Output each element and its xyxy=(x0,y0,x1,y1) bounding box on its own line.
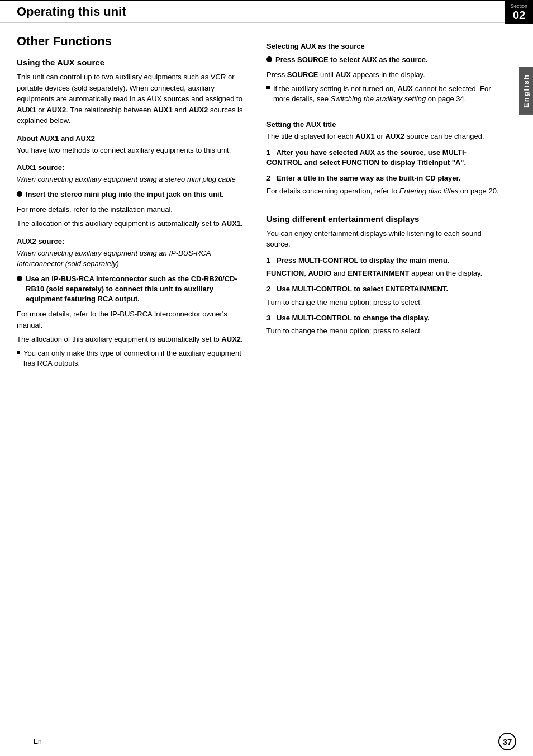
footer: En 37 xyxy=(0,733,533,750)
aux-source-heading: Using the AUX source xyxy=(17,58,250,67)
selecting-bullet-item: Press SOURCE to select AUX as the source… xyxy=(266,55,499,65)
selecting-bullet-text: Press SOURCE to select AUX as the source… xyxy=(275,55,428,65)
step3-body: FUNCTION, AUDIO and ENTERTAINMENT appear… xyxy=(266,268,499,279)
selecting-heading: Selecting AUX as the source xyxy=(266,42,499,50)
different-intro: You can enjoy entertainment displays whi… xyxy=(266,228,499,250)
aux2-bullet-text: Use an IP-BUS-RCA Interconnector such as… xyxy=(26,274,250,305)
content-area: Other Functions Using the AUX source Thi… xyxy=(0,23,533,383)
aux2-para2: The allocation of this auxiliary equipme… xyxy=(17,334,250,345)
setting-para: The title displayed for each AUX1 or AUX… xyxy=(266,131,499,142)
bullet-circle-icon-2 xyxy=(17,276,22,281)
selecting-bullet-icon xyxy=(266,56,272,62)
header-bar: Operating this unit Section 02 xyxy=(0,0,533,23)
step4-para: Turn to change the menu option; press to… xyxy=(266,297,499,308)
section-number: 02 xyxy=(513,9,525,22)
step-3: 1 Press MULTI-CONTROL to display the mai… xyxy=(266,256,499,279)
step-5: 3 Use MULTI-CONTROL to change the displa… xyxy=(266,313,499,337)
step5-para: Turn to change the menu option; press to… xyxy=(266,325,499,337)
aux-source-intro: This unit can control up to two auxiliar… xyxy=(17,72,250,126)
selecting-square-bullet: If the auxiliary setting is not turned o… xyxy=(266,84,499,104)
about-heading: About AUX1 and AUX2 xyxy=(17,134,250,143)
aux1-heading: AUX1 source: xyxy=(17,163,250,172)
selecting-square-icon xyxy=(266,86,270,89)
aux2-bullet-item: Use an IP-BUS-RCA Interconnector such as… xyxy=(17,274,250,305)
aux2-heading: AUX2 source: xyxy=(17,237,250,245)
step1-header: 1 After you have selected AUX as the sou… xyxy=(266,148,499,168)
step4-header: 2 Use MULTI-CONTROL to select ENTERTAINM… xyxy=(266,284,499,294)
step2-header: 2 Enter a title in the same way as the b… xyxy=(266,173,499,183)
divider-1 xyxy=(266,112,499,112)
step3-header: 1 Press MULTI-CONTROL to display the mai… xyxy=(266,256,499,266)
aux1-bullet-text: Insert the stereo mini plug into the inp… xyxy=(26,190,224,200)
square-bullet-icon xyxy=(17,351,20,354)
aux2-italic: When connecting auxiliary equipment usin… xyxy=(17,248,250,270)
step-4: 2 Use MULTI-CONTROL to select ENTERTAINM… xyxy=(266,284,499,308)
about-text: You have two methods to connect auxiliar… xyxy=(17,145,250,156)
aux1-italic: When connecting auxiliary equipment usin… xyxy=(17,174,250,185)
selecting-para1: Press SOURCE until AUX appears in the di… xyxy=(266,69,499,81)
side-language-label: English xyxy=(519,67,533,115)
section-label: Section xyxy=(511,3,527,9)
selecting-square-text: If the auxiliary setting is not turned o… xyxy=(273,84,499,104)
aux2-para1: For more details, refer to the IP-BUS-RC… xyxy=(17,309,250,330)
aux1-para2: The allocation of this auxiliary equipme… xyxy=(17,218,250,229)
bullet-circle-icon xyxy=(17,191,22,197)
different-heading: Using different entertainment displays xyxy=(266,214,499,224)
other-functions-title: Other Functions xyxy=(17,34,250,49)
aux1-para1: For more details, refer to the installat… xyxy=(17,204,250,215)
footer-lang: En xyxy=(34,738,42,745)
step-2: 2 Enter a title in the same way as the b… xyxy=(266,173,499,197)
footer-page: 37 xyxy=(498,733,516,750)
section-badge: Section 02 xyxy=(505,1,533,24)
left-column: Other Functions Using the AUX source Thi… xyxy=(17,34,250,372)
step2-para: For details concerning operation, refer … xyxy=(266,186,499,197)
aux2-square-bullet: You can only make this type of connectio… xyxy=(17,348,250,368)
step-1: 1 After you have selected AUX as the sou… xyxy=(266,148,499,168)
page-title: Operating this unit xyxy=(17,4,126,19)
aux1-bullet-item: Insert the stereo mini plug into the inp… xyxy=(17,190,250,200)
aux2-square-text: You can only make this type of connectio… xyxy=(23,348,250,368)
step5-header: 3 Use MULTI-CONTROL to change the displa… xyxy=(266,313,499,323)
divider-2 xyxy=(266,205,499,205)
setting-heading: Setting the AUX title xyxy=(266,120,499,129)
page-number-circle: 37 xyxy=(498,733,516,750)
right-column: Selecting AUX as the source Press SOURCE… xyxy=(266,34,499,372)
